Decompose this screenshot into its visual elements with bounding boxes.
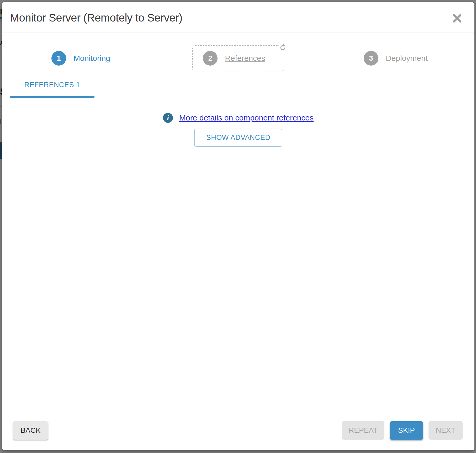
step-number-badge: 2 (203, 51, 218, 66)
step-deployment[interactable]: 3 Deployment (364, 51, 428, 66)
dialog-title: Monitor Server (Remotely to Server) (10, 12, 467, 24)
component-references-link[interactable]: More details on component references (179, 113, 314, 122)
dialog-body: i More details on component references S… (2, 98, 474, 421)
close-icon (451, 13, 463, 24)
step-label[interactable]: References (225, 54, 265, 63)
step-references[interactable]: 2 References (192, 45, 284, 71)
close-button[interactable] (451, 13, 463, 24)
back-button[interactable]: BACK (13, 421, 48, 440)
refresh-step-button[interactable] (279, 43, 287, 51)
step-number-badge: 1 (51, 51, 66, 66)
monitor-server-dialog: Monitor Server (Remotely to Server) 1 Mo… (2, 2, 474, 450)
tab-bar: REFERENCES 1 (10, 81, 474, 98)
next-button[interactable]: NEXT (429, 421, 463, 440)
show-advanced-button[interactable]: SHOW ADVANCED (194, 129, 283, 147)
wizard-stepper: 1 Monitoring 2 References 3 Deploym (2, 45, 474, 71)
repeat-button[interactable]: REPEAT (342, 421, 384, 440)
tab-references-1[interactable]: REFERENCES 1 (10, 81, 94, 98)
info-circle-icon: i (163, 113, 173, 123)
dialog-header: Monitor Server (Remotely to Server) (2, 2, 474, 33)
step-number-badge: 3 (364, 51, 378, 66)
tab-label: REFERENCES 1 (24, 81, 80, 89)
step-label: Deployment (386, 54, 428, 63)
dialog-footer: BACK REPEAT SKIP NEXT (2, 421, 474, 450)
skip-button[interactable]: SKIP (390, 421, 423, 440)
step-monitoring[interactable]: 1 Monitoring (51, 51, 110, 66)
refresh-icon (279, 43, 287, 51)
step-label: Monitoring (73, 54, 110, 63)
